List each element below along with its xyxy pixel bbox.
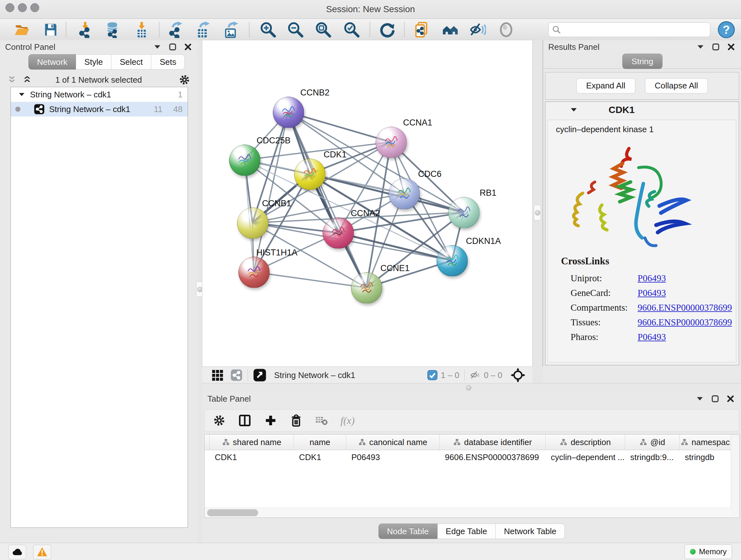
- refresh-button[interactable]: [378, 21, 396, 39]
- tab-string[interactable]: String: [622, 54, 663, 69]
- node-RB1[interactable]: [448, 197, 480, 228]
- panel-menu-icon[interactable]: [696, 43, 704, 51]
- glass-effect-button[interactable]: [469, 21, 487, 39]
- node-CCNB2[interactable]: [273, 97, 304, 128]
- export-table-button[interactable]: [194, 21, 212, 39]
- open-external-icon[interactable]: [253, 368, 266, 382]
- network-share-icon[interactable]: [230, 369, 243, 381]
- cell[interactable]: 9606.ENSP00000378699: [440, 452, 546, 462]
- column-header-name[interactable]: name: [294, 435, 346, 450]
- network-canvas[interactable]: CCNB2CCNA1CDC25BCDK1CDC6RB1CCNB1CCNA2CDK…: [202, 40, 532, 367]
- open-in-browser-button[interactable]: [413, 21, 431, 39]
- delete-column-icon[interactable]: [289, 414, 303, 427]
- splitter-handle[interactable]: [466, 385, 471, 390]
- crosslink-link[interactable]: P06493: [637, 288, 666, 298]
- node-CCNB1[interactable]: [237, 207, 268, 239]
- show-columns-icon[interactable]: [238, 414, 252, 428]
- tab-network-table[interactable]: Network Table: [495, 523, 565, 539]
- crosslink-link[interactable]: 9606.ENSP00000378699: [637, 317, 732, 327]
- network-row-selected[interactable]: String Network – cdk1 11 48: [11, 102, 188, 117]
- zoom-in-button[interactable]: [259, 21, 277, 39]
- close-panel-icon[interactable]: [726, 395, 735, 403]
- close-panel-icon[interactable]: [727, 43, 735, 51]
- table-panel-splitter[interactable]: [202, 383, 741, 393]
- cell[interactable]: CDK1: [210, 452, 294, 462]
- column-header-database-identifier[interactable]: database identifier: [440, 435, 546, 450]
- add-column-icon[interactable]: [264, 414, 277, 427]
- tab-sets[interactable]: Sets: [151, 54, 185, 70]
- export-network-button[interactable]: [166, 21, 184, 39]
- zoom-fit-button[interactable]: [314, 21, 332, 39]
- node-CCNA1[interactable]: [376, 127, 407, 158]
- edge-CCNB2-CCNA1[interactable]: [288, 112, 391, 142]
- fit-selected-crosshair-icon[interactable]: [511, 368, 525, 382]
- node-CDC6[interactable]: [389, 178, 420, 209]
- search-field[interactable]: [548, 22, 711, 37]
- import-network-from-database-button[interactable]: [104, 21, 121, 39]
- node-CDK1[interactable]: [294, 159, 326, 190]
- right-panel-divider[interactable]: [532, 40, 542, 384]
- tab-network[interactable]: Network: [28, 54, 76, 70]
- column-header-description[interactable]: description: [546, 435, 625, 450]
- close-panel-icon[interactable]: [184, 43, 192, 51]
- import-table-button[interactable]: [133, 21, 151, 39]
- column-header-namespac[interactable]: namespac: [680, 435, 731, 450]
- memory-button[interactable]: Memory: [684, 544, 732, 559]
- warnings-button[interactable]: [33, 545, 51, 559]
- edge-CDK1-RB1[interactable]: [310, 174, 464, 212]
- help-button[interactable]: ?: [718, 21, 735, 39]
- column-header-shared-name[interactable]: shared name: [210, 435, 294, 450]
- column-header-@id[interactable]: @id: [625, 435, 680, 450]
- search-input[interactable]: [561, 24, 700, 35]
- node-HIST1H1A[interactable]: [239, 257, 270, 288]
- float-panel-icon[interactable]: [712, 43, 720, 51]
- zoom-selected-button[interactable]: [343, 21, 360, 39]
- network-collection-row[interactable]: String Network – cdk1 1: [11, 87, 188, 102]
- tab-style[interactable]: Style: [76, 54, 111, 70]
- function-builder-icon[interactable]: f(x): [340, 415, 354, 427]
- float-panel-icon[interactable]: [711, 395, 719, 403]
- right-divider-handle[interactable]: [534, 205, 541, 220]
- float-panel-icon[interactable]: [169, 43, 177, 51]
- cell[interactable]: P06493: [346, 452, 440, 462]
- cell[interactable]: cyclin–dependent ...: [546, 452, 625, 462]
- node-CDC25B[interactable]: [229, 145, 260, 176]
- import-network-button[interactable]: [76, 21, 94, 39]
- birdseye-grid-icon[interactable]: [211, 369, 223, 381]
- save-session-button[interactable]: [42, 21, 59, 39]
- cell[interactable]: CDK1: [294, 452, 346, 462]
- cell[interactable]: stringdb:9...: [625, 452, 680, 462]
- panel-menu-icon[interactable]: [153, 43, 161, 51]
- node-CCNA2[interactable]: [323, 217, 354, 249]
- crosslink-link[interactable]: P06493: [637, 332, 666, 342]
- show-labels-button[interactable]: [497, 21, 515, 39]
- cell[interactable]: stringdb: [680, 452, 731, 462]
- cloud-status-button[interactable]: [8, 545, 26, 559]
- left-panel-divider[interactable]: [197, 40, 202, 543]
- zoom-out-button[interactable]: [286, 21, 305, 39]
- table-horizontal-scrollbar[interactable]: [205, 508, 731, 517]
- column-header-canonical-name[interactable]: canonical name: [346, 435, 440, 450]
- selected-checkbox-icon[interactable]: [427, 370, 437, 380]
- table-vertical-scrollbar[interactable]: [731, 435, 739, 517]
- export-image-button[interactable]: [222, 21, 240, 39]
- panel-menu-icon[interactable]: [696, 395, 704, 403]
- edge-HIST1H1A-CCNE1[interactable]: [254, 272, 366, 288]
- entry-expander-icon[interactable]: [569, 106, 578, 114]
- delete-table-icon[interactable]: [315, 414, 328, 427]
- table-row[interactable]: CDK1CDK1P064939606.ENSP00000378699cyclin…: [205, 450, 731, 464]
- tree-expander-icon[interactable]: [18, 91, 25, 98]
- tab-select[interactable]: Select: [111, 54, 151, 70]
- collapse-all-button[interactable]: Collapse All: [645, 78, 708, 94]
- hidden-eye-slash-icon[interactable]: [470, 370, 481, 381]
- crosslink-link[interactable]: P06493: [637, 273, 666, 284]
- node-CDKN1A[interactable]: [436, 245, 468, 276]
- string-home-button[interactable]: [442, 21, 460, 39]
- tab-node-table[interactable]: Node Table: [379, 523, 437, 539]
- crosslink-link[interactable]: 9606.ENSP00000378699: [637, 302, 732, 313]
- open-file-button[interactable]: [13, 21, 30, 39]
- expand-all-button[interactable]: Expand All: [576, 78, 635, 94]
- node-entry-header[interactable]: CDK1: [545, 102, 739, 118]
- node-CCNE1[interactable]: [351, 272, 382, 304]
- tab-edge-table[interactable]: Edge Table: [437, 523, 496, 539]
